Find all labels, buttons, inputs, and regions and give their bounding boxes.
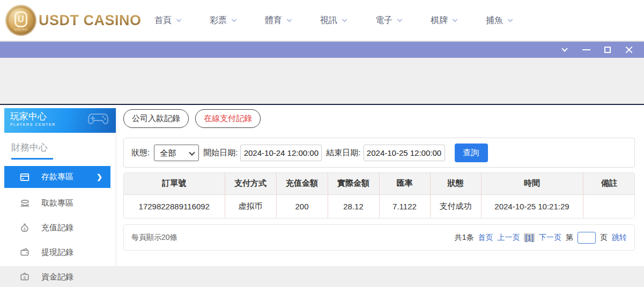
svg-text:$: $ xyxy=(24,275,26,280)
sidebar-item-funds-records[interactable]: $ 資金記錄 xyxy=(4,265,110,287)
content-area: 玩家中心 PLAYERS CENTER 財務中心 存款專區 ❯ xyxy=(0,105,644,266)
nav-item-home[interactable]: 首頁 xyxy=(154,15,181,26)
nav-label: 電子 xyxy=(375,15,393,26)
maximize-button[interactable] xyxy=(597,42,618,58)
total-count-text: 共1条 xyxy=(455,233,474,243)
nav-item-fishing[interactable]: 捕魚 xyxy=(486,15,512,26)
withdraw-wallet-icon xyxy=(19,247,30,258)
nav-label: 首頁 xyxy=(154,15,172,26)
records-table: 訂單號 支付方式 充值金額 實際金額 匯率 狀態 時間 備註 172982288… xyxy=(124,173,635,218)
current-page-indicator: [1] xyxy=(524,233,535,242)
end-date-label: 結束日期: xyxy=(326,148,360,158)
records-panel: 公司入款記錄 在線支付記錄 狀態: 全部 開始日期: 結束日期: 查詢 xyxy=(123,109,635,251)
chevron-down-icon xyxy=(453,17,458,22)
titlebar-dropdown-button[interactable] xyxy=(554,42,575,58)
col-recharge-amount: 充值金額 xyxy=(276,173,328,194)
status-label: 狀態: xyxy=(131,148,150,158)
jump-page-input[interactable] xyxy=(578,232,596,244)
nav-item-sports[interactable]: 體育 xyxy=(265,15,291,26)
close-button[interactable] xyxy=(618,42,640,58)
nav-label: 棋牌 xyxy=(431,15,448,26)
sidebar-item-label: 存款專區 xyxy=(41,172,73,182)
cell-recharge-amount: 200 xyxy=(276,194,328,218)
deposit-card-icon xyxy=(19,172,30,183)
nav-item-slots[interactable]: 電子 xyxy=(375,15,402,26)
pagination-bar: 每頁顯示20條 共1条 首页 上一页 [1] 下一页 第 页 跳转 xyxy=(123,224,635,251)
cell-rate: 7.1122 xyxy=(379,194,430,218)
records-table-container: 訂單號 支付方式 充值金額 實際金額 匯率 狀態 時間 備註 172982288… xyxy=(123,172,635,218)
top-navigation: U CASINO USDT CASINO 首頁 彩票 體育 視訊 電子 棋牌 捕… xyxy=(0,0,644,42)
filter-bar: 狀態: 全部 開始日期: 結束日期: 查詢 xyxy=(123,138,635,168)
sidebar-menu: 存款專區 ❯ 取款專區 $ 充值記錄 提現記錄 xyxy=(4,166,116,287)
chevron-down-icon xyxy=(176,17,182,22)
chevron-down-icon xyxy=(508,17,513,22)
recharge-moneybag-icon: $ xyxy=(19,222,30,233)
svg-text:$: $ xyxy=(24,227,26,231)
nav-label: 體育 xyxy=(265,15,282,26)
chevron-right-icon: ❯ xyxy=(97,173,102,181)
sidebar-item-withdraw[interactable]: 取款專區 xyxy=(4,191,110,215)
sidebar-item-deposit[interactable]: 存款專區 ❯ xyxy=(4,166,110,188)
logo-letter: U xyxy=(14,11,27,27)
nav-label: 捕魚 xyxy=(486,15,503,26)
maximize-icon xyxy=(604,47,611,53)
jump-prefix-label: 第 xyxy=(566,233,573,243)
col-actual-amount: 實際金額 xyxy=(328,173,379,194)
sidebar-item-recharge-records[interactable]: $ 充值記錄 xyxy=(4,215,110,240)
tab-company-deposit-records[interactable]: 公司入款記錄 xyxy=(123,109,189,128)
col-pay-method: 支付方式 xyxy=(225,173,276,194)
col-order-no: 訂單號 xyxy=(124,173,225,194)
jump-button[interactable]: 跳转 xyxy=(612,233,627,243)
minimize-button[interactable] xyxy=(575,42,597,58)
nav-item-boardgames[interactable]: 棋牌 xyxy=(431,15,457,26)
cell-status: 支付成功 xyxy=(430,194,481,218)
logo-text: USDT CASINO xyxy=(39,12,142,29)
chevron-down-icon xyxy=(287,17,292,22)
status-select[interactable]: 全部 xyxy=(154,145,199,161)
spacer-band xyxy=(0,58,644,104)
nav-label: 視訊 xyxy=(320,15,337,26)
window-titlebar xyxy=(0,42,644,58)
chevron-down-icon xyxy=(342,17,347,22)
main-menu: 首頁 彩票 體育 視訊 電子 棋牌 捕魚 xyxy=(154,15,512,26)
status-select-wrap: 全部 xyxy=(154,145,199,161)
chevron-down-icon xyxy=(397,17,403,22)
player-center-sidebar: 玩家中心 PLAYERS CENTER 財務中心 存款專區 ❯ xyxy=(4,108,116,266)
close-icon xyxy=(625,46,633,54)
nav-item-lottery[interactable]: 彩票 xyxy=(210,15,236,26)
tab-online-payment-records[interactable]: 在線支付記錄 xyxy=(195,109,261,128)
sidebar-item-label: 取款專區 xyxy=(41,198,73,208)
nav-label: 彩票 xyxy=(210,15,227,26)
minimize-icon xyxy=(582,49,590,50)
logo-icon: U CASINO xyxy=(5,5,36,36)
sidebar-item-label: 充值記錄 xyxy=(41,223,73,233)
sidebar-item-label: 資金記錄 xyxy=(41,272,73,282)
section-underline xyxy=(11,158,53,160)
nav-item-live[interactable]: 視訊 xyxy=(320,15,346,26)
cell-actual-amount: 28.12 xyxy=(328,194,379,218)
cell-order-no: 1729822889116092 xyxy=(124,194,225,218)
start-date-label: 開始日期: xyxy=(203,148,238,158)
cell-time: 2024-10-25 10:21:29 xyxy=(481,194,583,218)
start-date-input[interactable] xyxy=(240,145,322,161)
logo[interactable]: U CASINO USDT CASINO xyxy=(5,5,122,36)
chevron-down-icon xyxy=(561,46,567,51)
sidebar-item-withdrawal-records[interactable]: 提現記錄 xyxy=(4,240,110,265)
chevron-down-icon xyxy=(232,17,237,22)
gamepad-icon xyxy=(87,111,110,127)
search-button[interactable]: 查詢 xyxy=(455,144,488,162)
record-tabs: 公司入款記錄 在線支付記錄 xyxy=(123,109,635,128)
sidebar-section-title: 財務中心 xyxy=(4,133,116,158)
table-header-row: 訂單號 支付方式 充值金額 實際金額 匯率 狀態 時間 備註 xyxy=(124,173,635,194)
next-page-link[interactable]: 下一页 xyxy=(539,233,561,243)
prev-page-link[interactable]: 上一页 xyxy=(497,233,520,243)
jump-suffix-label: 页 xyxy=(600,233,608,243)
pagination-controls: 共1条 首页 上一页 [1] 下一页 第 页 跳转 xyxy=(455,232,627,244)
funds-moneybag-icon: $ xyxy=(19,271,30,282)
first-page-link[interactable]: 首页 xyxy=(478,233,493,243)
col-remark: 備註 xyxy=(583,173,635,194)
cell-remark xyxy=(583,194,635,218)
end-date-input[interactable] xyxy=(364,145,445,161)
col-status: 狀態 xyxy=(430,173,481,194)
logo-sub-text: CASINO xyxy=(5,28,36,31)
